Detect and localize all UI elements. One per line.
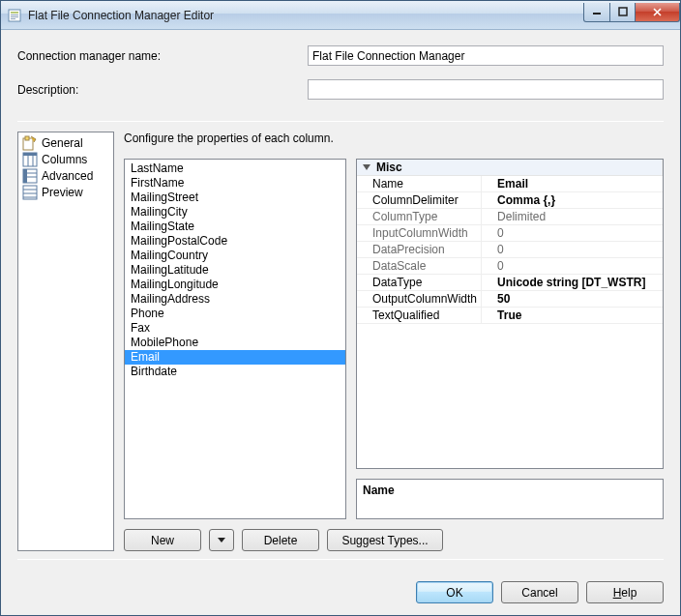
property-row[interactable]: InputColumnWidth0	[357, 225, 663, 242]
list-item[interactable]: MailingPostalCode	[125, 234, 345, 249]
list-item[interactable]: Birthdate	[125, 365, 345, 379]
property-row[interactable]: ColumnTypeDelimited	[357, 209, 663, 225]
delete-button[interactable]: Delete	[242, 529, 319, 551]
property-description-title: Name	[363, 484, 657, 497]
nav-item-columns[interactable]: Columns	[18, 151, 113, 167]
svg-rect-10	[23, 153, 37, 156]
general-icon	[22, 135, 38, 151]
nav-item-general[interactable]: General	[18, 134, 113, 151]
close-button[interactable]	[636, 3, 680, 22]
property-description: Name	[356, 479, 664, 519]
window-title: Flat File Connection Manager Editor	[28, 9, 214, 22]
column-list[interactable]: LastNameFirstNameMailingStreetMailingCit…	[124, 159, 346, 519]
app-icon	[7, 8, 22, 23]
nav-label: Columns	[42, 153, 87, 166]
minimize-button[interactable]	[583, 3, 610, 22]
page-instruction: Configure the properties of each column.	[124, 132, 664, 145]
new-button[interactable]: New	[124, 529, 201, 551]
svg-rect-6	[619, 8, 627, 15]
property-row[interactable]: DataPrecision0	[357, 242, 663, 258]
maximize-button[interactable]	[610, 3, 636, 22]
list-item[interactable]: MailingStreet	[125, 191, 345, 205]
preview-icon	[22, 185, 38, 200]
property-row[interactable]: DataTypeUnicode string [DT_WSTR]	[357, 275, 663, 291]
divider	[17, 559, 664, 560]
list-item[interactable]: MailingCountry	[125, 249, 345, 263]
dialog-content: Connection manager name: Description: Ge…	[1, 30, 680, 615]
dialog-window: Flat File Connection Manager Editor Conn…	[0, 0, 681, 616]
list-item[interactable]: MailingLatitude	[125, 263, 345, 278]
collapse-icon[interactable]	[363, 164, 370, 170]
nav-label: Advanced	[42, 169, 93, 183]
property-grid[interactable]: MiscNameEmailColumnDelimiterComma {,}Col…	[356, 159, 664, 469]
page-nav: General Columns Advanced Preview	[17, 132, 114, 551]
svg-rect-14	[23, 169, 27, 183]
chevron-down-icon	[218, 538, 225, 543]
list-item[interactable]: Fax	[125, 321, 345, 336]
connection-name-label: Connection manager name:	[17, 49, 308, 63]
list-item[interactable]: Phone	[125, 307, 345, 321]
suggest-types-button[interactable]: Suggest Types...	[327, 529, 443, 551]
svg-rect-2	[11, 15, 18, 15]
property-row[interactable]: NameEmail	[357, 176, 663, 192]
list-item[interactable]: LastName	[125, 161, 345, 176]
columns-icon	[22, 152, 38, 167]
list-item[interactable]: MailingAddress	[125, 292, 345, 307]
window-buttons	[583, 3, 680, 22]
ok-button[interactable]: OK	[416, 581, 493, 603]
list-item[interactable]: MailingLongitude	[125, 278, 345, 292]
svg-rect-5	[593, 13, 601, 15]
list-item[interactable]: Email	[125, 350, 345, 365]
titlebar[interactable]: Flat File Connection Manager Editor	[1, 1, 680, 30]
list-item[interactable]: MailingState	[125, 220, 345, 234]
advanced-icon	[22, 168, 38, 184]
svg-rect-8	[25, 136, 29, 140]
divider	[17, 121, 664, 122]
property-row[interactable]: TextQualifiedTrue	[357, 308, 663, 324]
description-input[interactable]	[308, 79, 664, 100]
list-item[interactable]: FirstName	[125, 176, 345, 191]
nav-label: General	[42, 136, 83, 150]
list-item[interactable]: MobilePhone	[125, 336, 345, 350]
list-item[interactable]: MailingCity	[125, 205, 345, 220]
property-row[interactable]: DataScale0	[357, 258, 663, 275]
cancel-button[interactable]: Cancel	[501, 581, 578, 603]
property-row[interactable]: OutputColumnWidth50	[357, 291, 663, 308]
nav-label: Preview	[42, 186, 83, 199]
help-button[interactable]: Help	[586, 581, 664, 603]
connection-name-input[interactable]	[308, 45, 664, 66]
svg-rect-1	[11, 12, 18, 14]
property-row[interactable]: ColumnDelimiterComma {,}	[357, 192, 663, 209]
nav-item-advanced[interactable]: Advanced	[18, 167, 113, 184]
description-label: Description:	[17, 83, 308, 97]
new-dropdown-button[interactable]	[209, 529, 234, 551]
svg-rect-4	[11, 18, 15, 19]
nav-item-preview[interactable]: Preview	[18, 184, 113, 200]
svg-rect-3	[11, 16, 18, 17]
